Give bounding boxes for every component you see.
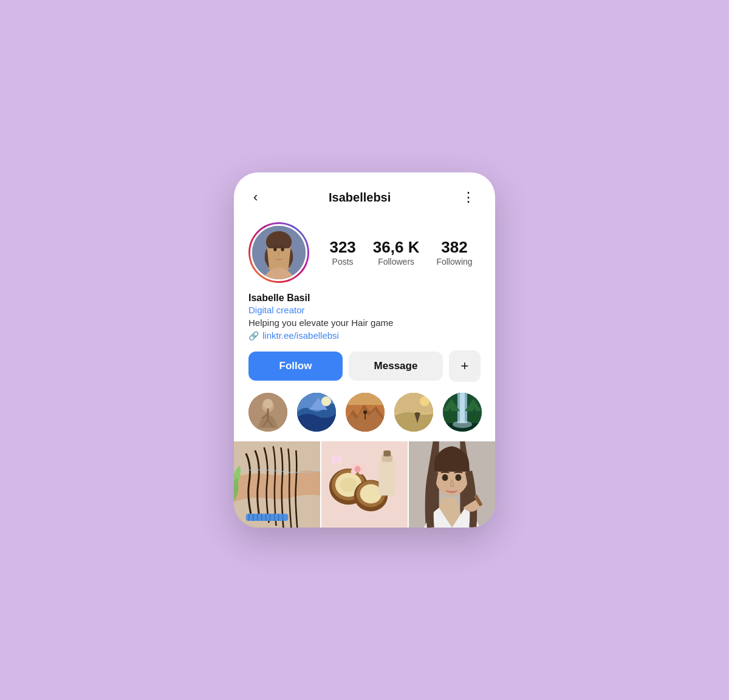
- link-row: 🔗 linktr.ee/isabellebsi: [248, 330, 481, 341]
- link-icon: 🔗: [248, 331, 259, 341]
- svg-rect-52: [383, 450, 391, 457]
- profile-section: 323 Posts 36,6 K Followers 382 Following: [234, 217, 495, 283]
- bio-text: Helping you elevate your Hair game: [248, 318, 481, 328]
- more-options-button[interactable]: ⋮: [457, 187, 481, 208]
- post-1[interactable]: [234, 441, 320, 528]
- post-3[interactable]: [409, 441, 495, 528]
- action-buttons: Follow Message +: [234, 341, 495, 382]
- stat-followers[interactable]: 36,6 K Followers: [373, 239, 420, 267]
- stats-row: 323 Posts 36,6 K Followers 382 Following: [321, 239, 481, 267]
- svg-point-67: [442, 474, 448, 481]
- highlight-3[interactable]: [346, 393, 385, 432]
- avatar: [250, 224, 307, 281]
- svg-rect-16: [346, 393, 385, 405]
- svg-point-62: [331, 459, 335, 463]
- page-title: Isabellebsi: [329, 191, 391, 205]
- header: ‹ Isabellebsi ⋮: [234, 172, 495, 217]
- svg-point-5: [281, 248, 284, 251]
- svg-point-14: [321, 396, 331, 406]
- followers-count: 36,6 K: [373, 239, 420, 256]
- svg-point-28: [453, 421, 472, 428]
- posts-label: Posts: [332, 257, 354, 267]
- svg-point-8: [263, 399, 273, 409]
- svg-point-63: [337, 459, 341, 463]
- highlights-row: [234, 382, 495, 441]
- bio-section: Isabelle Basil Digital creator Helping y…: [234, 283, 495, 341]
- stat-following[interactable]: 382 Following: [436, 239, 472, 267]
- avatar-image: [252, 226, 306, 279]
- display-name: Isabelle Basil: [248, 293, 481, 304]
- svg-point-4: [273, 248, 276, 251]
- svg-point-49: [360, 484, 382, 504]
- svg-point-68: [455, 474, 461, 481]
- posts-count: 323: [329, 239, 355, 256]
- profile-link[interactable]: linktr.ee/isabellebsi: [262, 330, 339, 341]
- avatar-ring: [248, 222, 309, 283]
- following-count: 382: [441, 239, 467, 256]
- svg-point-23: [420, 396, 430, 406]
- svg-point-58: [355, 466, 361, 472]
- svg-rect-31: [246, 514, 289, 521]
- back-button[interactable]: ‹: [248, 187, 262, 208]
- svg-point-17: [363, 410, 367, 414]
- phone-frame: ‹ Isabellebsi ⋮: [234, 172, 495, 528]
- svg-point-61: [337, 455, 341, 460]
- svg-rect-50: [378, 460, 395, 496]
- category-label[interactable]: Digital creator: [248, 305, 481, 315]
- stat-posts[interactable]: 323 Posts: [329, 239, 355, 267]
- highlight-1[interactable]: [248, 393, 287, 432]
- svg-point-60: [331, 455, 335, 460]
- follow-button[interactable]: Follow: [248, 352, 343, 381]
- add-button[interactable]: +: [449, 350, 481, 382]
- posts-grid: [234, 441, 495, 528]
- highlight-2[interactable]: [297, 393, 336, 432]
- highlight-5[interactable]: [443, 393, 482, 432]
- svg-point-46: [340, 478, 357, 492]
- followers-label: Followers: [378, 257, 414, 267]
- post-2[interactable]: [321, 441, 408, 528]
- highlight-4[interactable]: [394, 393, 433, 432]
- message-button[interactable]: Message: [349, 352, 443, 381]
- following-label: Following: [436, 257, 472, 267]
